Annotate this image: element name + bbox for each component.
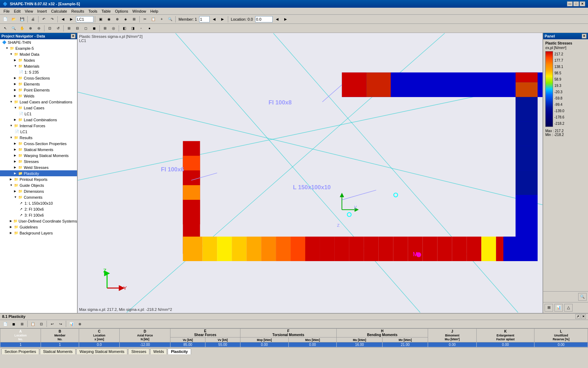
tb-btn-11[interactable]: 🔍 xyxy=(166,15,174,23)
tab-welds[interactable]: Welds xyxy=(150,348,167,354)
tb-btn-2[interactable]: ▶ xyxy=(68,15,75,23)
loadcase-input[interactable] xyxy=(76,16,93,22)
next-member-btn[interactable]: ▶ xyxy=(219,15,226,23)
tree-stresses[interactable]: ▶ 📁 Stresses xyxy=(0,158,77,164)
menu-help[interactable]: Help xyxy=(148,8,160,14)
tree-cross-sections[interactable]: ▶ 📁 Cross-Sections xyxy=(0,75,77,81)
tree-comment-2[interactable]: ↗ 2: FI 100x6 xyxy=(0,206,77,212)
member-input[interactable] xyxy=(199,16,210,22)
panel-close-button[interactable]: ✕ xyxy=(71,34,76,39)
canvas-area[interactable]: Plastic Stresses sigma-x,pl [N/mm^2] LC1 xyxy=(78,33,542,313)
tab-warping-moments[interactable]: Warping Statical Moments xyxy=(76,348,127,354)
save-btn[interactable]: 💾 xyxy=(18,15,26,23)
bottom-panel-close-btn[interactable]: ✕ xyxy=(581,314,586,319)
tree-material-1[interactable]: 📄 1: S 235 xyxy=(0,69,77,75)
location-input[interactable] xyxy=(255,16,273,22)
tree-comments[interactable]: ▼ 📁 Comments xyxy=(0,194,77,200)
menu-insert[interactable]: Insert xyxy=(35,8,49,14)
menu-table[interactable]: Table xyxy=(99,8,113,14)
tree-point-elements[interactable]: ▶ 📁 Point Elements xyxy=(0,87,77,93)
menu-view[interactable]: View xyxy=(23,8,35,14)
tree-guide-objects[interactable]: ▼ 📁 Guide Objects xyxy=(0,182,77,188)
tree-load-cases[interactable]: ▼ 📁 Load Cases and Combinations xyxy=(0,99,77,105)
tb-btn-6[interactable]: ◈ xyxy=(122,15,130,23)
table-row[interactable]: 1 1 0.0 -12.00 85.00 55.00 0.00 0.00 16.… xyxy=(0,342,588,347)
tb-btn-9[interactable]: 📋 xyxy=(149,15,157,23)
tree-comment-3[interactable]: ↗ 3: FI 100x6 xyxy=(0,212,77,218)
view-btn-1[interactable]: ⊞ xyxy=(65,25,73,32)
bt-btn-5[interactable]: ⊡ xyxy=(37,320,45,328)
snap-btn[interactable]: ◎ xyxy=(110,25,117,32)
rotate-btn[interactable]: ↺ xyxy=(54,25,62,32)
tree-cs-props[interactable]: ▶ 📁 Cross-Section Properties xyxy=(0,141,77,146)
tb-btn-5[interactable]: ⊕ xyxy=(113,15,121,23)
tree-model-data[interactable]: ▼ 📁 Model Data xyxy=(0,51,77,57)
tb-btn-8[interactable]: ✂ xyxy=(141,15,149,23)
tree-nodes[interactable]: ▶ 📁 Nodes xyxy=(0,57,77,63)
tree-root[interactable]: 🔷 SHAPE-THIN xyxy=(0,39,77,45)
menu-tools[interactable]: Tools xyxy=(86,8,99,14)
grid-btn[interactable]: ⊞ xyxy=(101,25,109,32)
render-btn-1[interactable]: ◧ xyxy=(120,25,128,32)
tree-dimensions[interactable]: ▶ 📁 Dimensions xyxy=(0,188,77,194)
select-btn[interactable]: ↖ xyxy=(1,25,9,32)
tree-lc1[interactable]: 📄 LC1 xyxy=(0,111,77,117)
tree-materials[interactable]: ▼ 📁 Materials xyxy=(0,63,77,69)
menu-edit[interactable]: Edit xyxy=(12,8,23,14)
tree-welds[interactable]: ▶ 📁 Welds xyxy=(0,93,77,99)
tree-load-combinations[interactable]: ▶ 📁 Load Combinations xyxy=(0,117,77,123)
minimize-button[interactable]: — xyxy=(567,1,573,6)
tree-stat-moments[interactable]: ▶ 📁 Statical Moments xyxy=(0,146,77,152)
tab-stresses[interactable]: Stresses xyxy=(128,348,149,354)
tb-btn-10[interactable]: + xyxy=(158,15,166,23)
tree-plasticity[interactable]: ▶ 📁 Plasticity xyxy=(0,170,77,176)
tree-if-lc1[interactable]: 📄 LC1 xyxy=(0,129,77,135)
tree-user-coord[interactable]: ▶ 📁 User-Defined Coordinate Systems xyxy=(0,218,77,224)
prev-member-btn[interactable]: ◀ xyxy=(210,15,218,23)
menu-results[interactable]: Results xyxy=(69,8,86,14)
tab-statical-moments[interactable]: Statical Moments xyxy=(40,348,76,354)
tree-printout[interactable]: ▶ 📁 Printout Reports xyxy=(0,176,77,182)
fit-btn[interactable]: ⊡ xyxy=(46,25,54,32)
pan-btn[interactable]: ✋ xyxy=(18,25,26,32)
bt-btn-7[interactable]: ↪ xyxy=(57,320,64,328)
view-btn-3[interactable]: ◻ xyxy=(82,25,90,32)
zoom-btn[interactable]: 🔍 xyxy=(10,25,18,32)
tree-example5[interactable]: ▼ 📁 Example-5 xyxy=(0,45,77,51)
rp-tab-chart[interactable]: 📊 xyxy=(554,304,563,312)
render-btn-2[interactable]: ◨ xyxy=(129,25,136,32)
prev-location-btn[interactable]: ◀ xyxy=(273,15,281,23)
bt-btn-6[interactable]: ↩ xyxy=(48,320,56,328)
maximize-button[interactable]: □ xyxy=(573,1,579,6)
tb-btn-3[interactable]: ▣ xyxy=(97,15,104,23)
zoom-in-btn[interactable]: ⊕ xyxy=(27,25,34,32)
bt-btn-3[interactable]: ⊞ xyxy=(18,320,26,328)
tab-plasticity[interactable]: Plasticity xyxy=(168,348,191,354)
menu-options[interactable]: Options xyxy=(113,8,130,14)
rp-tab-table[interactable]: ⊞ xyxy=(545,304,553,312)
tree-internal-forces[interactable]: ▼ 📁 Internal Forces xyxy=(0,123,77,129)
right-panel-close-button[interactable]: ✕ xyxy=(582,34,587,39)
tree-elements[interactable]: ▶ 📁 Elements xyxy=(0,81,77,87)
tree-guidelines[interactable]: ▶ 📁 Guidelines xyxy=(0,224,77,230)
tab-section-props[interactable]: Section Properties xyxy=(1,348,39,354)
bt-btn-2[interactable]: ◼ xyxy=(10,320,18,328)
print-btn[interactable]: 🖨 xyxy=(29,15,37,23)
menu-window[interactable]: Window xyxy=(130,8,148,14)
new-btn[interactable]: 📄 xyxy=(1,15,9,23)
menu-file[interactable]: File xyxy=(1,8,12,14)
bt-btn-9[interactable]: ⊗ xyxy=(76,320,84,328)
next-location-btn[interactable]: ▶ xyxy=(282,15,289,23)
zoom-panel-button[interactable]: 🔍 xyxy=(578,293,587,301)
menu-calculate[interactable]: Calculate xyxy=(49,8,69,14)
tree-results[interactable]: ▼ 📁 Results xyxy=(0,135,77,141)
render-btn-4[interactable]: ● xyxy=(146,25,153,32)
open-btn[interactable]: 📂 xyxy=(10,15,18,23)
tree-load-cases-sub[interactable]: ▼ 📁 Load Cases xyxy=(0,105,77,111)
bt-btn-1[interactable]: 📄 xyxy=(1,320,9,328)
rp-tab-settings[interactable]: △ xyxy=(564,304,573,312)
redo-btn[interactable]: ↷ xyxy=(48,15,56,23)
tree-bg-layers[interactable]: ▶ 📁 Background Layers xyxy=(0,230,77,236)
tree-comment-1[interactable]: ↗ 1: L 150x100x10 xyxy=(0,200,77,206)
bt-btn-4[interactable]: 📋 xyxy=(29,320,37,328)
